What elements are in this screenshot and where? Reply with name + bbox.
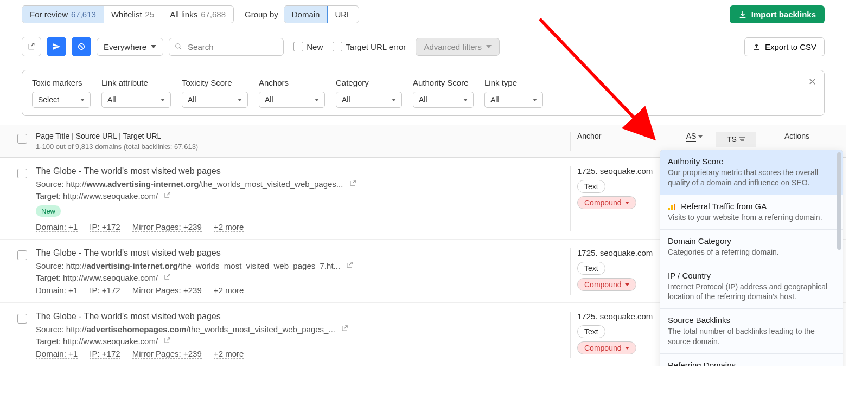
metric-ip[interactable]: IP: +172	[90, 349, 120, 359]
popover-item-desc: Visits to your website from a referring …	[668, 212, 835, 223]
download-icon	[738, 10, 747, 19]
svg-rect-5	[674, 204, 675, 210]
row-anchor-cell: 1725. seoquake.com Text Compound	[571, 248, 673, 295]
target-url-error-checkbox[interactable]: Target URL error	[333, 42, 406, 51]
filter-select[interactable]: All	[413, 92, 474, 108]
checkbox-icon	[17, 169, 27, 178]
filter-toxic-markers: Toxic markers Select	[32, 78, 91, 108]
tab-for-review[interactable]: For review 67,613	[22, 5, 104, 23]
button-label: Import backlinks	[751, 10, 816, 19]
popover-item-referring-domains[interactable]: Referring Domains	[660, 354, 843, 366]
filter-select[interactable]: All	[182, 92, 248, 108]
row-checkbox[interactable]	[9, 248, 36, 295]
row-metrics: Domain: +1 IP: +172 Mirror Pages: +239 +…	[36, 349, 565, 358]
chevron-down-icon	[533, 99, 537, 101]
block-button[interactable]	[72, 37, 91, 56]
metric-more[interactable]: +2 more	[214, 349, 244, 359]
popover-item-referral-traffic[interactable]: Referral Traffic from GA Visits to your …	[660, 195, 843, 230]
filter-select[interactable]: All	[101, 92, 171, 108]
chevron-down-icon	[625, 347, 629, 350]
filter-select[interactable]: All	[484, 92, 543, 108]
column-header-actions: Actions	[756, 132, 838, 140]
anchor-compound-pill[interactable]: Compound	[577, 196, 636, 209]
export-page-button[interactable]	[22, 37, 41, 56]
chevron-down-icon	[151, 45, 156, 48]
metric-mirror[interactable]: Mirror Pages: +239	[132, 222, 202, 232]
close-filters-button[interactable]: ✕	[808, 76, 816, 88]
popover-item-ip-country[interactable]: IP / Country Internet Protocol (IP) addr…	[660, 264, 843, 309]
scrollbar[interactable]	[837, 152, 841, 250]
select-all-checkbox[interactable]	[9, 132, 36, 144]
export-csv-button[interactable]: Export to CSV	[744, 37, 825, 56]
import-backlinks-button[interactable]: Import backlinks	[730, 5, 825, 23]
row-target[interactable]: Target: http://www.seoquake.com/	[36, 191, 565, 201]
filter-select[interactable]: Select	[32, 92, 91, 108]
filter-select[interactable]: All	[336, 92, 402, 108]
row-metrics: Domain: +1 IP: +172 Mirror Pages: +239 +…	[36, 286, 565, 295]
tab-all-links[interactable]: All links 67,688	[162, 6, 233, 23]
as-label: AS	[686, 132, 697, 142]
row-target[interactable]: Target: http://www.seoquake.com/	[36, 273, 565, 282]
scope-dropdown[interactable]: Everywhere	[97, 38, 163, 56]
metric-ip[interactable]: IP: +172	[90, 286, 120, 295]
block-icon	[77, 42, 86, 51]
column-header-anchor[interactable]: Anchor	[571, 132, 673, 140]
checkbox-icon	[293, 42, 303, 51]
filter-select[interactable]: All	[259, 92, 325, 108]
row-source[interactable]: Source: http://advertising-internet.org/…	[36, 261, 565, 270]
as-column-popover: Authority Score Our proprietary metric t…	[660, 150, 843, 366]
external-link-icon[interactable]	[346, 261, 353, 269]
popover-item-domain-category[interactable]: Domain Category Categories of a referrin…	[660, 230, 843, 264]
upload-icon	[752, 43, 761, 51]
row-source[interactable]: Source: http://www.advertising-internet.…	[36, 179, 565, 189]
popover-item-desc: Categories of a referring domain.	[668, 247, 835, 257]
external-link-icon[interactable]	[163, 273, 171, 281]
metric-domain[interactable]: Domain: +1	[36, 286, 78, 295]
row-checkbox[interactable]	[9, 312, 36, 358]
tab-count: 67,613	[71, 10, 96, 19]
external-link-icon[interactable]	[341, 325, 348, 332]
external-link-icon[interactable]	[163, 337, 171, 344]
row-anchor-cell: 1725. seoquake.com Text Compound	[571, 312, 673, 358]
tab-whitelist[interactable]: Whitelist 25	[104, 6, 162, 23]
send-button[interactable]	[47, 37, 66, 56]
metric-ip[interactable]: IP: +172	[90, 222, 120, 232]
popover-item-source-backlinks[interactable]: Source Backlinks The total number of bac…	[660, 309, 843, 354]
group-by-url[interactable]: URL	[327, 6, 359, 23]
tab-label: Whitelist	[111, 10, 142, 19]
row-title: The Globe - The world's most visited web…	[36, 166, 565, 176]
metric-domain[interactable]: Domain: +1	[36, 349, 78, 359]
group-by-domain[interactable]: Domain	[284, 5, 328, 23]
popover-item-authority-score[interactable]: Authority Score Our proprietary metric t…	[660, 150, 843, 195]
popover-item-title: Authority Score	[668, 157, 835, 166]
row-title: The Globe - The world's most visited web…	[36, 312, 565, 321]
search-input[interactable]	[187, 42, 278, 52]
external-link-icon[interactable]	[349, 179, 356, 187]
checkbox-label: New	[307, 42, 323, 51]
anchor-compound-pill[interactable]: Compound	[577, 341, 636, 354]
anchor-type-pill[interactable]: Text	[577, 325, 605, 338]
column-header-sub: 1-100 out of 9,813 domains (total backli…	[36, 143, 565, 151]
row-title: The Globe - The world's most visited web…	[36, 248, 565, 258]
metric-mirror[interactable]: Mirror Pages: +239	[132, 349, 202, 359]
advanced-filters-button[interactable]: Advanced filters	[416, 38, 500, 56]
anchor-compound-pill[interactable]: Compound	[577, 278, 636, 291]
row-metrics: Domain: +1 IP: +172 Mirror Pages: +239 +…	[36, 222, 565, 231]
metric-domain[interactable]: Domain: +1	[36, 222, 78, 232]
filter-label: Link attribute	[101, 78, 171, 87]
metric-more[interactable]: +2 more	[214, 286, 244, 295]
metric-mirror[interactable]: Mirror Pages: +239	[132, 286, 202, 295]
column-header-as[interactable]: AS	[673, 132, 716, 142]
external-link-icon[interactable]	[163, 191, 171, 199]
search-box[interactable]	[169, 38, 284, 56]
anchor-type-pill[interactable]: Text	[577, 262, 605, 275]
anchor-text: 1725. seoquake.com	[577, 248, 673, 257]
metric-more[interactable]: +2 more	[214, 222, 244, 232]
row-target[interactable]: Target: http://www.seoquake.com/	[36, 337, 565, 346]
row-source[interactable]: Source: http://advertisehomepages.com/th…	[36, 325, 565, 334]
anchor-type-pill[interactable]: Text	[577, 180, 605, 193]
row-checkbox[interactable]	[9, 166, 36, 231]
column-header-ts[interactable]: TS	[716, 132, 756, 147]
new-checkbox[interactable]: New	[293, 42, 323, 51]
svg-point-1	[176, 44, 180, 48]
